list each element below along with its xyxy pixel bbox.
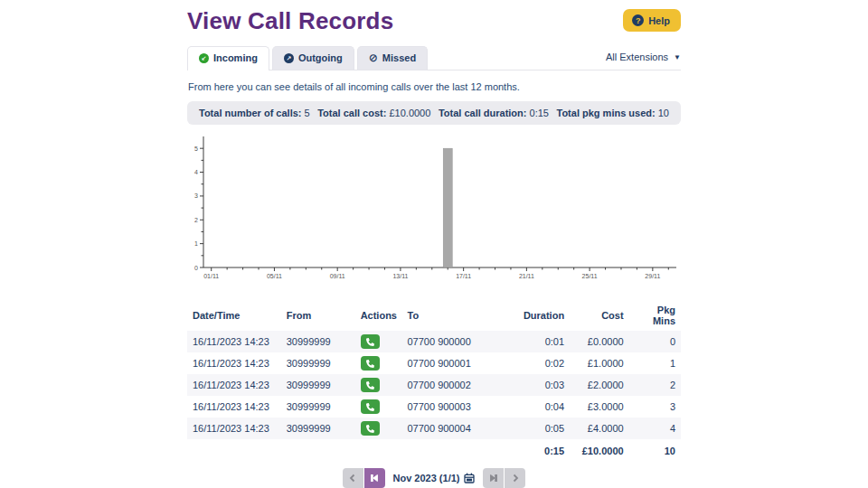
- cell-from: 30999999: [281, 418, 355, 439]
- call-record-row: 16/11/2023 14:23 30999999 07700 900003 0…: [187, 396, 681, 418]
- call-records-page: View Call Records ? Help ↙ Incoming ↗ Ou…: [187, 0, 681, 488]
- cell-duration: 0:01: [518, 331, 570, 352]
- pagination: Nov 2023 (1/1): [187, 468, 681, 488]
- extensions-dropdown[interactable]: All Extensions ▼: [606, 52, 681, 70]
- first-page-button[interactable]: [364, 468, 385, 488]
- phone-icon: [366, 403, 374, 411]
- cell-cost: £0.0000: [570, 331, 629, 352]
- cell-duration: 0:04: [518, 396, 570, 418]
- col-header-cost: Cost: [570, 300, 629, 331]
- call-record-row: 16/11/2023 14:23 30999999 07700 900000 0…: [187, 331, 681, 352]
- tab-missed-label: Missed: [382, 52, 416, 63]
- tab-incoming[interactable]: ↙ Incoming: [187, 46, 269, 70]
- svg-text:01/11: 01/11: [203, 273, 219, 279]
- summary-pkg-mins-label: Total pkg mins used:: [556, 108, 655, 118]
- cell-pkg-mins: 3: [629, 396, 681, 418]
- col-header-to: To: [401, 300, 517, 331]
- svg-text:3: 3: [194, 192, 198, 199]
- last-page-button[interactable]: [483, 468, 504, 488]
- svg-text:1: 1: [194, 240, 198, 247]
- phone-icon: [366, 360, 374, 368]
- cell-datetime: 16/11/2023 14:23: [187, 418, 281, 439]
- cell-cost: £2.0000: [570, 374, 629, 396]
- page-title: View Call Records: [187, 7, 393, 35]
- summary-total-calls-label: Total number of calls:: [199, 108, 301, 118]
- summary-total-duration-label: Total call duration:: [439, 108, 527, 118]
- tab-outgoing-label: Outgoing: [298, 52, 343, 63]
- totals-duration: 0:15: [518, 439, 570, 460]
- summary-total-calls-value: 5: [305, 108, 310, 118]
- cell-actions: [355, 374, 402, 396]
- cell-duration: 0:02: [518, 352, 570, 374]
- cell-from: 30999999: [281, 352, 355, 374]
- summary-total-calls: Total number of calls: 5: [199, 108, 310, 118]
- call-action-button[interactable]: [361, 399, 380, 414]
- incoming-call-icon: ↙: [199, 53, 209, 63]
- pagination-month-text: Nov 2023 (1/1): [393, 473, 460, 483]
- totals-cost: £10.0000: [570, 439, 629, 460]
- col-header-pkg-mins: Pkg Mins: [629, 300, 681, 331]
- summary-total-cost-value: £10.0000: [389, 108, 430, 118]
- pagination-left-group: [343, 468, 385, 488]
- svg-text:05/11: 05/11: [267, 273, 282, 279]
- cell-from: 30999999: [281, 374, 355, 396]
- tabs-bar: ↙ Incoming ↗ Outgoing ⊘ Missed All Exten…: [187, 46, 681, 70]
- summary-total-cost: Total call cost: £10.0000: [317, 108, 430, 118]
- chart-container: 01234501/1105/1109/1113/1117/1121/1125/1…: [187, 130, 681, 287]
- cell-from: 30999999: [281, 396, 355, 418]
- pagination-right-group: [483, 468, 525, 488]
- phone-icon: [366, 381, 374, 389]
- call-action-button[interactable]: [361, 378, 380, 392]
- svg-text:5: 5: [194, 145, 198, 152]
- cell-datetime: 16/11/2023 14:23: [187, 374, 281, 396]
- cell-actions: [355, 418, 402, 439]
- call-records-table: Date/Time From Actions To Duration Cost …: [187, 300, 681, 460]
- tab-missed[interactable]: ⊘ Missed: [357, 46, 428, 70]
- cell-from: 30999999: [281, 331, 355, 352]
- cell-to: 07700 900002: [401, 374, 517, 396]
- cell-to: 07700 900000: [401, 331, 517, 352]
- svg-text:0: 0: [194, 265, 198, 271]
- summary-pkg-mins: Total pkg mins used: 10: [556, 108, 669, 118]
- page-description: From here you can see details of all inc…: [188, 81, 681, 92]
- col-header-duration: Duration: [518, 300, 570, 331]
- cell-actions: [355, 396, 402, 418]
- call-action-button[interactable]: [361, 421, 380, 436]
- svg-text:21/11: 21/11: [519, 273, 534, 279]
- svg-text:17/11: 17/11: [456, 273, 471, 279]
- cell-datetime: 16/11/2023 14:23: [187, 396, 281, 418]
- pagination-label: Nov 2023 (1/1): [393, 473, 476, 483]
- svg-text:13/11: 13/11: [392, 273, 408, 279]
- svg-text:4: 4: [194, 169, 198, 175]
- table-header-row: Date/Time From Actions To Duration Cost …: [187, 300, 681, 331]
- page-header: View Call Records ? Help: [187, 7, 681, 35]
- missed-call-icon: ⊘: [369, 53, 378, 63]
- cell-cost: £3.0000: [570, 396, 629, 418]
- calendar-icon[interactable]: [464, 473, 475, 483]
- summary-pkg-mins-value: 10: [658, 108, 669, 118]
- cell-to: 07700 900004: [401, 418, 517, 439]
- call-record-row: 16/11/2023 14:23 30999999 07700 900001 0…: [187, 352, 681, 374]
- call-action-button[interactable]: [361, 356, 380, 371]
- col-header-from: From: [281, 300, 355, 331]
- question-circle-icon: ?: [632, 14, 644, 26]
- next-page-button[interactable]: [505, 468, 525, 488]
- svg-text:29/11: 29/11: [645, 273, 660, 279]
- cell-duration: 0:03: [518, 374, 570, 396]
- call-action-button[interactable]: [361, 334, 380, 349]
- help-button[interactable]: ? Help: [623, 9, 681, 32]
- call-record-row: 16/11/2023 14:23 30999999 07700 900002 0…: [187, 374, 681, 396]
- cell-pkg-mins: 1: [629, 352, 681, 374]
- cell-datetime: 16/11/2023 14:23: [187, 352, 281, 374]
- col-header-actions: Actions: [355, 300, 402, 331]
- cell-actions: [355, 331, 402, 352]
- totals-pkg-mins: 10: [629, 439, 681, 460]
- tab-outgoing[interactable]: ↗ Outgoing: [272, 46, 354, 70]
- skip-to-last-icon: [488, 473, 499, 483]
- call-type-tabs: ↙ Incoming ↗ Outgoing ⊘ Missed: [187, 46, 428, 70]
- tab-incoming-label: Incoming: [213, 52, 258, 63]
- previous-page-button[interactable]: [343, 468, 363, 488]
- calls-bar-chart: 01234501/1105/1109/1113/1117/1121/1125/1…: [187, 130, 681, 284]
- cell-to: 07700 900003: [401, 396, 517, 418]
- table-totals-row: 0:15 £10.0000 10: [187, 439, 681, 460]
